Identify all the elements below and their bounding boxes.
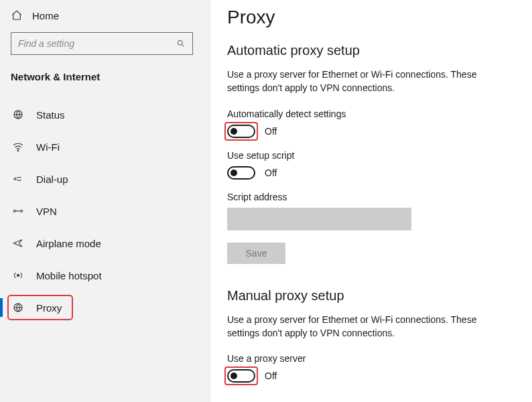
dialup-icon bbox=[12, 173, 27, 185]
page-title: Proxy bbox=[227, 7, 516, 28]
sidebar-item-dialup[interactable]: Dial-up bbox=[11, 165, 200, 192]
script-address-input[interactable] bbox=[227, 208, 411, 230]
sidebar-item-airplane[interactable]: Airplane mode bbox=[11, 230, 200, 257]
svg-point-6 bbox=[13, 210, 15, 212]
use-proxy-state: Off bbox=[265, 371, 277, 381]
sidebar-item-label: Status bbox=[36, 109, 65, 121]
sidebar-item-label: Dial-up bbox=[36, 174, 68, 185]
airplane-icon bbox=[12, 237, 27, 249]
address-label: Script address bbox=[227, 192, 516, 202]
save-button[interactable]: Save bbox=[227, 243, 285, 264]
svg-line-1 bbox=[182, 45, 184, 47]
search-box[interactable] bbox=[11, 32, 193, 55]
svg-point-5 bbox=[14, 178, 16, 180]
search-input[interactable] bbox=[18, 38, 176, 49]
use-proxy-toggle[interactable] bbox=[227, 369, 255, 383]
manual-desc: Use a proxy server for Ethernet or Wi-Fi… bbox=[227, 313, 502, 340]
use-proxy-label: Use a proxy server bbox=[227, 353, 516, 364]
sidebar-item-label: Mobile hotspot bbox=[36, 270, 102, 281]
sidebar-item-status[interactable]: Status bbox=[11, 101, 200, 128]
section-title-manual: Manual proxy setup bbox=[227, 288, 516, 304]
auto-desc: Use a proxy server for Ethernet or Wi-Fi… bbox=[227, 68, 502, 95]
section-title-auto: Automatic proxy setup bbox=[227, 43, 516, 58]
sidebar-item-label: Proxy bbox=[36, 302, 62, 314]
hotspot-icon bbox=[12, 269, 27, 281]
status-icon bbox=[12, 109, 27, 121]
script-label: Use setup script bbox=[227, 150, 516, 161]
content-area: Proxy Automatic proxy setup Use a proxy … bbox=[211, 0, 532, 402]
script-state: Off bbox=[265, 168, 277, 178]
vpn-icon bbox=[12, 205, 27, 217]
home-link[interactable]: Home bbox=[11, 9, 200, 21]
svg-point-0 bbox=[178, 40, 182, 45]
detect-label: Automatically detect settings bbox=[227, 109, 516, 119]
sidebar-item-hotspot[interactable]: Mobile hotspot bbox=[11, 262, 200, 289]
category-title: Network & Internet bbox=[11, 71, 200, 82]
proxy-icon bbox=[12, 302, 27, 314]
detect-state: Off bbox=[265, 126, 277, 137]
svg-point-4 bbox=[17, 150, 19, 151]
script-toggle[interactable] bbox=[227, 166, 255, 180]
sidebar-item-proxy[interactable]: Proxy bbox=[11, 294, 200, 321]
sidebar-item-vpn[interactable]: VPN bbox=[11, 198, 200, 224]
home-label: Home bbox=[32, 10, 59, 21]
sidebar-item-label: Airplane mode bbox=[36, 238, 101, 249]
sidebar-item-label: VPN bbox=[36, 206, 57, 217]
home-icon bbox=[11, 9, 24, 21]
svg-point-9 bbox=[17, 275, 19, 277]
search-icon bbox=[176, 39, 186, 48]
wifi-icon bbox=[12, 141, 27, 153]
sidebar-item-wifi[interactable]: Wi-Fi bbox=[11, 133, 200, 160]
svg-point-7 bbox=[21, 210, 23, 212]
sidebar: Home Network & Internet Status Wi-Fi bbox=[0, 0, 211, 402]
detect-toggle[interactable] bbox=[227, 125, 255, 138]
sidebar-item-label: Wi-Fi bbox=[36, 141, 60, 153]
